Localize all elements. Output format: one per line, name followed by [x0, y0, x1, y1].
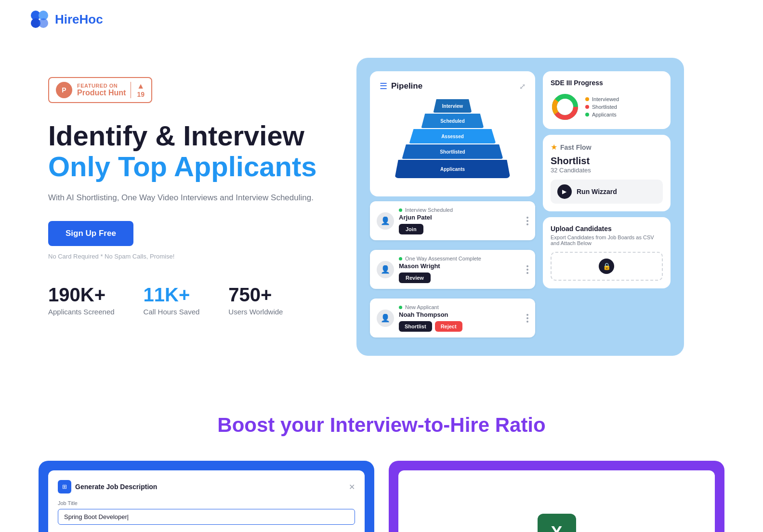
funnel-scheduled: Scheduled — [421, 114, 484, 128]
funnel-chart: Interview Scheduled Assessed Shortlisted — [380, 99, 526, 179]
excel-feature-card: X — [389, 461, 724, 532]
bottom-section: Boost your Interview-to-Hire Ratio ⊞ Gen… — [0, 385, 763, 532]
hero-title-line1: Identify & Interview — [48, 120, 318, 151]
stat-hours-number: 11K+ — [144, 284, 200, 306]
ph-featured-label: FEATURED ON — [77, 83, 126, 89]
expand-icon[interactable]: ⤢ — [519, 82, 526, 91]
shortlist-button[interactable]: Shortlist — [399, 321, 432, 332]
review-button[interactable]: Review — [399, 272, 431, 283]
menu-arjun[interactable] — [526, 217, 528, 225]
sde-content: Interviewed Shortlisted Applicants — [551, 92, 663, 121]
shortlist-title: Shortlist — [551, 156, 663, 167]
legend-shortlisted: Shortlisted — [585, 104, 619, 110]
actions-mason: Review — [399, 272, 522, 283]
feature-cards: ⊞ Generate Job Description ✕ Job Title S… — [39, 461, 724, 532]
close-icon[interactable]: ✕ — [349, 482, 355, 492]
stat-hours-label: Call Hours Saved — [144, 308, 200, 316]
donut-chart — [551, 92, 579, 121]
funnel-shortlisted: Shortlisted — [402, 144, 503, 159]
gen-jd-title: Generate Job Description — [75, 483, 157, 491]
ph-name-label: Product Hunt — [77, 89, 126, 97]
ph-number: 19 — [137, 91, 145, 98]
menu-noah[interactable] — [526, 314, 528, 323]
status-arjun: Interview Scheduled — [399, 207, 522, 213]
ph-count: ▲ 19 — [131, 82, 145, 98]
stat-applicants: 190K+ Applicants Screened — [48, 284, 115, 316]
name-arjun: Arjun Patel — [399, 214, 522, 221]
job-title-input[interactable]: Spring Boot Developer| — [58, 509, 355, 525]
stat-users: 750+ Users Worldwide — [228, 284, 283, 316]
name-noah: Noah Thompson — [399, 311, 522, 318]
sde-title: SDE III Progress — [551, 79, 663, 87]
candidates-count: 32 Candidates — [551, 167, 663, 174]
no-card-text: No Card Required * No Spam Calls, Promis… — [48, 253, 318, 260]
upload-title: Upload Candidates — [551, 225, 663, 233]
actions-noah: Shortlist Reject — [399, 321, 522, 332]
legend-applicants: Applicants — [585, 112, 619, 117]
stat-hours: 11K+ Call Hours Saved — [144, 284, 200, 316]
logo-wordmark: HireHoc — [55, 12, 103, 27]
stat-applicants-number: 190K+ — [48, 284, 115, 306]
fast-flow-label: Fast Flow — [560, 143, 592, 151]
pipeline-header: ☰ Pipeline ⤢ — [380, 81, 526, 91]
sde-legend: Interviewed Shortlisted Applicants — [585, 96, 619, 117]
run-wizzard-button[interactable]: ▶ Run Wizzard — [551, 180, 663, 204]
hero-right: ☰ Pipeline ⤢ Interview Scheduled — [356, 58, 684, 356]
star-icon: ★ — [551, 143, 557, 152]
status-noah: New Applicant — [399, 304, 522, 310]
boost-title: Boost your Interview-to-Hire Ratio — [39, 414, 724, 437]
job-title-label: Job Title — [58, 500, 355, 506]
upload-drop-zone[interactable]: 🔒 — [551, 252, 663, 281]
pipeline-card: ☰ Pipeline ⤢ Interview Scheduled — [370, 71, 535, 196]
status-dot-mason — [399, 257, 402, 260]
gen-jd-feature-card: ⊞ Generate Job Description ✕ Job Title S… — [39, 461, 374, 532]
dot-shortlisted — [585, 105, 589, 109]
run-wizzard-label: Run Wizzard — [577, 188, 617, 195]
actions-arjun: Join — [399, 224, 522, 234]
funnel-interview: Interview — [433, 99, 472, 113]
upload-card: Upload Candidates Export Candidates from… — [543, 217, 671, 288]
gen-jd-icon: ⊞ — [58, 480, 71, 493]
product-hunt-badge[interactable]: P FEATURED ON Product Hunt ▲ 19 — [48, 77, 152, 103]
stat-applicants-label: Applicants Screened — [48, 308, 115, 316]
sde-card: SDE III Progress Inte — [543, 71, 671, 129]
join-button[interactable]: Join — [399, 224, 423, 234]
play-icon: ▶ — [557, 184, 572, 199]
svg-point-3 — [39, 18, 48, 28]
avatar-arjun: 👤 — [377, 212, 394, 230]
pipeline-title: Pipeline — [391, 81, 422, 91]
funnel-applicants: Applicants — [395, 160, 510, 178]
status-dot-noah — [399, 306, 402, 309]
candidate-info-mason: One Way Assessment Complete Mason Wright… — [399, 256, 522, 283]
upload-subtitle: Export Candidates from Job Boards as CSV… — [551, 234, 663, 246]
right-panel: SDE III Progress Inte — [543, 71, 671, 288]
reject-button[interactable]: Reject — [435, 321, 462, 332]
gen-jd-inner: ⊞ Generate Job Description ✕ Job Title S… — [48, 470, 365, 532]
status-dot — [399, 208, 402, 212]
dot-interviewed — [585, 97, 589, 101]
hero-subtitle: With AI Shortlisting, One Way Video Inte… — [48, 192, 318, 204]
stats-row: 190K+ Applicants Screened 11K+ Call Hour… — [48, 284, 318, 316]
header: HireHoc — [0, 0, 763, 39]
signup-button[interactable]: Sign Up Free — [48, 221, 133, 246]
menu-mason[interactable] — [526, 265, 528, 274]
gen-jd-header: ⊞ Generate Job Description ✕ — [58, 480, 355, 493]
logo-icon — [29, 9, 50, 30]
name-mason: Mason Wright — [399, 262, 522, 270]
stat-users-label: Users Worldwide — [228, 308, 283, 316]
excel-inner: X — [398, 470, 715, 532]
dashboard-mockup: ☰ Pipeline ⤢ Interview Scheduled — [356, 58, 684, 356]
avatar-mason: 👤 — [377, 261, 394, 278]
product-hunt-text: FEATURED ON Product Hunt — [77, 83, 126, 97]
product-hunt-icon: P — [56, 82, 72, 98]
excel-icon: X — [538, 514, 576, 532]
logo[interactable]: HireHoc — [29, 9, 103, 30]
funnel-assessed: Assessed — [409, 129, 496, 143]
candidate-info-noah: New Applicant Noah Thompson Shortlist Re… — [399, 304, 522, 332]
candidate-card-mason: 👤 One Way Assessment Complete Mason Wrig… — [370, 250, 535, 289]
hero-title-line2: Only Top Applicants — [48, 151, 318, 182]
fast-flow-card: ★ Fast Flow Shortlist 32 Candidates ▶ Ru… — [543, 135, 671, 211]
candidate-card-arjun: 👤 Interview Scheduled Arjun Patel Join — [370, 201, 535, 240]
hero-left: P FEATURED ON Product Hunt ▲ 19 Identify… — [48, 58, 318, 316]
dot-applicants — [585, 113, 589, 117]
